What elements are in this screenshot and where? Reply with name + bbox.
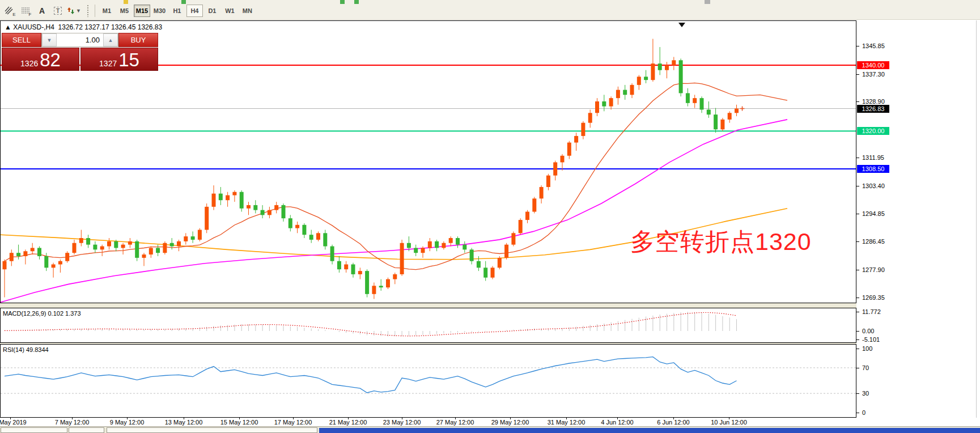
macd-indicator-panel[interactable]: MACD(12,26,9) 0.102 1.373	[0, 308, 856, 343]
toolbar-grip[interactable]	[87, 5, 90, 17]
candle-body	[477, 261, 481, 268]
price-tick-label: 1286.45	[862, 238, 885, 245]
timeframe-button-h4[interactable]: H4	[186, 5, 203, 17]
time-axis-label: 13 May 12:00	[165, 419, 203, 426]
collapse-triangle-icon[interactable]: ▲	[5, 23, 11, 31]
candle-body	[128, 241, 132, 245]
chart-header: ▲ XAUUSD-,H4 1326.72 1327.17 1326.45 132…	[5, 23, 162, 31]
candle-body	[602, 101, 606, 107]
candle-body	[351, 265, 355, 274]
candle-body	[658, 63, 662, 70]
candle-body	[323, 233, 327, 246]
axis-tick-mark	[856, 331, 859, 332]
candle-body	[483, 268, 487, 277]
candle-body	[261, 210, 265, 215]
timeframe-button-m1[interactable]: M1	[99, 5, 115, 17]
sell-price-small: 1326	[20, 58, 38, 69]
candle-body	[470, 249, 474, 261]
axis-tick-mark	[856, 158, 859, 158]
candle-body	[519, 220, 523, 233]
text-label-icon[interactable]: T	[50, 4, 65, 18]
candle-body	[386, 279, 390, 288]
candle-body	[309, 235, 313, 240]
status-cell	[107, 427, 317, 433]
candle-body	[449, 238, 453, 243]
arrows-glyph	[67, 7, 75, 15]
candle-body	[316, 233, 320, 240]
fibonacci-retracement-icon[interactable]: F	[19, 4, 33, 18]
volume-increase-button[interactable]: ▲	[103, 33, 118, 46]
sell-button[interactable]: SELL	[2, 33, 41, 47]
candle-body	[525, 212, 529, 220]
buy-button[interactable]: BUY	[118, 33, 158, 47]
candle-body	[623, 90, 627, 95]
time-axis-label: 3 May 2019	[0, 419, 27, 426]
time-axis-label: 7 May 12:00	[55, 419, 90, 426]
candle-body	[372, 286, 376, 294]
timeframe-button-d1[interactable]: D1	[204, 5, 220, 17]
volume-input[interactable]	[57, 33, 103, 46]
rsi-indicator-panel[interactable]: RSI(14) 49.8344	[0, 344, 856, 418]
toolbar-fragment-icon	[705, 0, 710, 4]
candle-body	[253, 205, 257, 210]
andrews-pitchfork-icon[interactable]: E	[3, 4, 18, 18]
buy-price-display[interactable]: 1327 15	[80, 48, 158, 71]
timeframe-button-w1[interactable]: W1	[222, 5, 238, 17]
candle-body	[672, 60, 676, 65]
candle-body	[574, 136, 578, 143]
timeframe-button-mn[interactable]: MN	[239, 5, 256, 17]
price-axis[interactable]: 1345.851337.301328.901311.951303.401294.…	[856, 20, 980, 426]
candle-body	[198, 230, 202, 240]
candle-body	[714, 114, 718, 129]
candle-body	[184, 236, 188, 241]
buy-price-small: 1327	[99, 58, 117, 69]
sell-price-display[interactable]: 1326 82	[2, 48, 79, 71]
rsi-chart	[1, 345, 856, 417]
rsi-tick-label: 30	[862, 390, 869, 397]
sell-price-big: 82	[40, 50, 61, 69]
candle-body	[511, 233, 515, 244]
volume-decrease-button[interactable]: ▼	[42, 33, 57, 46]
candle-body	[400, 243, 404, 274]
timeframe-button-m5[interactable]: M5	[116, 5, 133, 17]
time-axis-label: 6 Jun 12:00	[657, 419, 690, 426]
axis-tick-mark	[856, 46, 859, 46]
trading-terminal-window: E F A T ▼	[0, 0, 980, 433]
candle-body	[212, 194, 216, 207]
candle-body	[79, 238, 83, 243]
candle-body	[135, 241, 139, 258]
candle-body	[595, 101, 599, 113]
price-tick-label: 1303.40	[862, 182, 885, 189]
macd-tick-label: 11.772	[862, 308, 881, 315]
candle-body	[114, 241, 118, 248]
panel-divider[interactable]	[0, 303, 980, 308]
candle-body	[337, 261, 341, 270]
time-axis-label: 31 May 12:00	[548, 419, 586, 426]
chart-shift-marker[interactable]	[678, 23, 685, 27]
candle-body	[226, 195, 230, 200]
candle-body	[3, 261, 7, 270]
one-click-trading-panel: SELL ▼ ▲ BUY 1326 82 1327 15	[2, 33, 158, 71]
candle-body	[121, 245, 125, 248]
candle-body	[728, 113, 732, 120]
timeframe-button-m15[interactable]: M15	[134, 5, 150, 17]
axis-tick-mark	[856, 270, 859, 270]
candle-body	[330, 247, 334, 261]
candle-body	[344, 265, 348, 270]
axis-tick-mark	[856, 241, 859, 242]
timeframe-button-m30[interactable]: M30	[151, 5, 168, 17]
toolbar-fragment-icon	[124, 0, 128, 4]
time-axis[interactable]: 3 May 20197 May 12:009 May 12:0013 May 1…	[0, 418, 980, 426]
arrows-objects-icon[interactable]: ▼	[66, 4, 82, 18]
chart-symbol-period: XAUUSD-,H4	[13, 23, 54, 31]
axis-tick-mark	[856, 349, 859, 349]
candle-body	[44, 256, 48, 268]
macd-tick-label: -5.101	[862, 336, 880, 343]
candle-body	[149, 248, 153, 254]
text-annotation-icon[interactable]: A	[35, 4, 49, 18]
candle-body	[274, 205, 278, 210]
ma-slow-line	[1, 209, 787, 260]
price-tick-label: 1294.85	[862, 210, 885, 217]
timeframe-button-h1[interactable]: H1	[169, 5, 185, 17]
candle-body	[65, 253, 69, 261]
